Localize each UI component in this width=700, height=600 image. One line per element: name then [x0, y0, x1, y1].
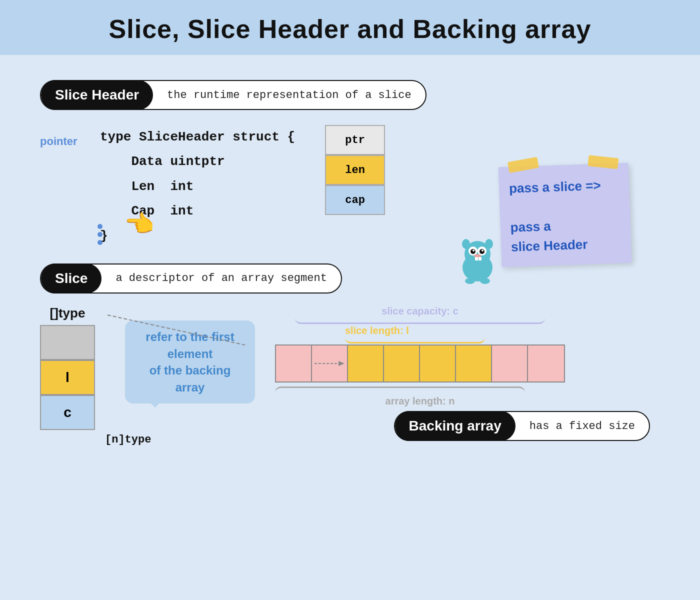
page-title: Slice, Slice Header and Backing array [0, 14, 700, 44]
array-cell-2 [348, 346, 384, 382]
struct-visual: ptr len cap [325, 125, 385, 215]
array-visualization: slice capacity: c slice length: l [275, 306, 565, 407]
array-cell-7 [528, 346, 564, 382]
svg-point-11 [465, 278, 475, 284]
array-length-label: array length: n [275, 396, 565, 407]
svg-point-9 [462, 239, 470, 249]
code-line-1: type SliceHeader struct { [100, 125, 295, 150]
gopher-svg [455, 235, 500, 285]
type-box-len: l [40, 360, 95, 395]
sticky-note: pass a slice =>pass aslice Header [498, 163, 632, 268]
code-area: pointer 👉 type SliceHeader struct { Data… [40, 125, 660, 248]
array-length-area: array length: n [275, 386, 565, 407]
dot2 [98, 232, 102, 237]
svg-point-7 [482, 250, 484, 252]
backing-array-pill-desc: has a fixed size [516, 420, 649, 432]
slice-header-pill-label: Slice Header [41, 80, 153, 110]
array-row [275, 344, 565, 382]
svg-marker-16 [338, 361, 344, 366]
struct-len-row: len [325, 155, 385, 185]
main-content: Slice Header the runtime representation … [0, 55, 700, 461]
tape-right [588, 155, 618, 169]
array-cell-0 [276, 346, 312, 382]
array-length-brace [275, 386, 525, 392]
svg-rect-13 [475, 257, 478, 260]
struct-cap-row: cap [325, 185, 385, 215]
pointer-hand-icon: 👉 [125, 210, 155, 239]
array-cell-5 [456, 346, 492, 382]
slice-pill: Slice a descriptor of an array segment [40, 264, 342, 294]
backing-array-pill-label: Backing array [395, 411, 516, 441]
svg-point-10 [485, 239, 493, 249]
backing-array-pill: Backing array has a fixed size [394, 411, 650, 441]
type-boxes: l c [40, 325, 95, 430]
length-label: slice length: l [345, 325, 565, 336]
slice-header-pill: Slice Header the runtime representation … [40, 80, 426, 110]
slice-header-section: Slice Header the runtime representation … [40, 80, 660, 248]
type-box-ptr [40, 325, 95, 360]
backing-array-section: Backing array has a fixed size [394, 411, 650, 441]
type-column: []type l c [40, 306, 95, 430]
svg-point-12 [480, 278, 490, 284]
capacity-label: slice capacity: c [275, 306, 565, 317]
array-cell-1 [312, 346, 348, 382]
array-cell-4 [420, 346, 456, 382]
struct-ptr-row: ptr [325, 125, 385, 155]
array-cells [275, 344, 565, 382]
page-header: Slice, Slice Header and Backing array [0, 0, 700, 55]
sticky-text: pass a slice =>pass aslice Header [508, 175, 621, 257]
dot-chain [98, 222, 102, 246]
slice-pill-desc: a descriptor of an array segment [102, 272, 340, 284]
code-line-2: Data uintptr [100, 150, 295, 174]
svg-rect-14 [478, 257, 482, 260]
type-box-cap: c [40, 395, 95, 430]
tape-left [508, 157, 539, 173]
length-squiggle [345, 338, 485, 344]
array-type-label: [n]type [105, 434, 255, 446]
dot1 [98, 224, 102, 229]
dot3 [98, 240, 102, 245]
pointer-label: pointer [40, 135, 78, 148]
capacity-squiggle [295, 318, 545, 324]
slice-pill-label: Slice [41, 264, 102, 294]
type-column-label: []type [50, 306, 86, 321]
gopher-mascot [455, 235, 500, 285]
speech-bubble: refer to the first elementof the backing… [125, 320, 255, 404]
slice-header-pill-desc: the runtime representation of a slice [153, 89, 425, 102]
array-cell-6 [492, 346, 528, 382]
array-cell-3 [384, 346, 420, 382]
bubble-area: refer to the first elementof the backing… [105, 306, 255, 446]
code-line-3: Len int [100, 174, 295, 199]
svg-point-6 [472, 250, 474, 252]
dashed-arrow-icon [314, 358, 344, 368]
